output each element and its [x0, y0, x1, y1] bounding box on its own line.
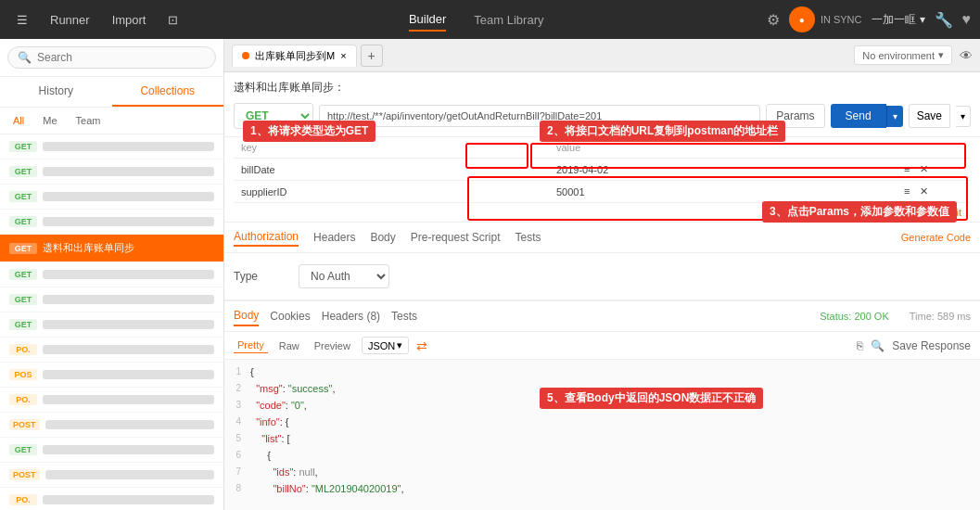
item-label: [43, 192, 214, 201]
list-item[interactable]: GET: [0, 262, 223, 287]
method-badge: GET: [9, 319, 37, 330]
param-value-1[interactable]: 2019-04-02: [549, 159, 897, 181]
tab-history[interactable]: History: [0, 77, 112, 107]
search-response-icon[interactable]: 🔍: [871, 339, 885, 352]
resp-tab-tests[interactable]: Tests: [391, 307, 417, 325]
tab-pre-request[interactable]: Pre-request Script: [411, 229, 501, 246]
tab-bar: 出库账单同步到M × + No environment ▾ 👁: [224, 39, 980, 72]
format-tab-raw[interactable]: Raw: [275, 338, 303, 353]
table-row: billDate 2019-04-02 ≡ ✕: [234, 159, 971, 181]
new-tab-button[interactable]: ⊡: [160, 9, 185, 31]
url-input[interactable]: [319, 105, 760, 127]
bulk-edit-link[interactable]: Bulk Edit: [922, 207, 961, 218]
save-button[interactable]: Save: [909, 104, 950, 128]
sub-tab-me[interactable]: Me: [37, 113, 62, 128]
list-item[interactable]: PO.: [0, 488, 223, 510]
method-select[interactable]: GET POST PUT DELETE: [234, 103, 313, 129]
item-label: [43, 445, 214, 454]
sub-tab-all[interactable]: All: [7, 113, 30, 128]
table-row: supplierID 50001 ≡ ✕: [234, 181, 971, 203]
heart-icon[interactable]: ♥: [962, 11, 972, 28]
method-badge: GET: [9, 141, 37, 152]
tab-headers[interactable]: Headers: [313, 229, 355, 246]
response-tabs-bar: Body Cookies Headers (8) Tests Status: 2…: [224, 301, 980, 332]
param-menu-icon[interactable]: ≡: [904, 163, 910, 174]
team-library-tab[interactable]: Team Library: [474, 9, 543, 31]
env-chevron-icon: ▾: [938, 49, 944, 61]
item-label: [45, 470, 214, 479]
sub-tab-team[interactable]: Team: [70, 113, 107, 128]
tab-body[interactable]: Body: [370, 229, 395, 246]
wrench-icon[interactable]: 🔧: [935, 11, 953, 29]
response-time: Time: 589 ms: [910, 311, 971, 322]
auth-row: Type No Auth: [234, 264, 971, 288]
list-item[interactable]: GET: [0, 185, 223, 210]
format-tab-pretty[interactable]: Pretty: [234, 338, 268, 353]
list-item[interactable]: GET: [0, 312, 223, 338]
request-tab[interactable]: 出库账单同步到M ×: [232, 45, 357, 67]
code-line: 6 {: [224, 447, 980, 464]
search-wrap[interactable]: 🔍: [7, 46, 216, 69]
param-menu-icon[interactable]: ≡: [904, 185, 910, 197]
format-icon[interactable]: ⇄: [416, 338, 427, 353]
send-button[interactable]: Send: [831, 104, 886, 128]
param-delete-icon[interactable]: ✕: [920, 163, 928, 174]
method-badge: GET: [9, 294, 37, 305]
list-item[interactable]: POS: [0, 363, 223, 388]
list-item[interactable]: GET: [0, 134, 223, 159]
line-number: 7: [224, 464, 250, 480]
tab-close-icon[interactable]: ×: [340, 50, 346, 61]
resp-tab-body[interactable]: Body: [234, 306, 259, 326]
param-key-2[interactable]: supplierID: [234, 181, 549, 203]
col-key: key: [234, 137, 549, 159]
resp-tab-cookies[interactable]: Cookies: [270, 307, 310, 325]
list-item[interactable]: PO.: [0, 388, 223, 413]
settings-icon[interactable]: ⚙: [767, 11, 780, 29]
code-line: 4 "info": {: [224, 414, 980, 430]
format-tab-preview[interactable]: Preview: [311, 338, 354, 353]
item-label: [43, 345, 214, 354]
list-item[interactable]: PO.: [0, 338, 223, 363]
params-button[interactable]: Params: [766, 104, 824, 128]
save-response-button[interactable]: Save Response: [892, 339, 971, 352]
search-input[interactable]: [37, 51, 206, 64]
tab-authorization[interactable]: Authorization: [234, 228, 299, 247]
line-content: "msg": "success",: [250, 380, 335, 397]
list-item[interactable]: POST: [0, 463, 223, 488]
list-item[interactable]: POST: [0, 413, 223, 438]
import-button[interactable]: Import: [105, 9, 154, 31]
runner-button[interactable]: Runner: [43, 9, 97, 31]
save-dropdown-button[interactable]: ▾: [956, 106, 971, 127]
auth-type-select[interactable]: No Auth: [299, 264, 389, 288]
param-value-2[interactable]: 50001: [549, 181, 897, 203]
param-actions-1: ≡ ✕: [897, 159, 971, 181]
send-dropdown-button[interactable]: ▾: [886, 106, 903, 127]
format-select[interactable]: JSON ▾: [362, 337, 409, 354]
sidebar-toggle-button[interactable]: ☰: [9, 9, 35, 31]
tab-tests[interactable]: Tests: [515, 229, 541, 246]
environment-select[interactable]: No environment ▾: [854, 45, 952, 65]
param-key-1[interactable]: billDate: [234, 159, 549, 181]
generate-code-link[interactable]: Generate Code: [901, 232, 971, 243]
line-content: "list": [: [250, 430, 290, 447]
format-row: Pretty Raw Preview JSON ▾ ⇄ ⎘ 🔍 Save Res…: [224, 332, 980, 360]
search-box: 🔍: [0, 39, 223, 77]
param-delete-icon[interactable]: ✕: [920, 185, 928, 197]
col-value: value: [549, 137, 897, 159]
list-item[interactable]: GET: [0, 210, 223, 235]
user-area[interactable]: 一加一眶 ▾: [872, 12, 925, 28]
params-section: key value billDate 2019-04-02 ≡ ✕: [224, 137, 980, 223]
resp-tab-headers[interactable]: Headers (8): [322, 307, 380, 325]
list-item-active[interactable]: GET 遗料和出库账单同步: [0, 235, 223, 262]
new-request-button[interactable]: +: [361, 45, 383, 67]
list-item[interactable]: GET: [0, 159, 223, 185]
eye-icon[interactable]: 👁: [960, 48, 973, 63]
url-row: GET POST PUT DELETE Params Send ▾ Save ▾: [234, 103, 971, 129]
format-label: JSON: [368, 340, 395, 351]
copy-icon[interactable]: ⎘: [857, 339, 863, 352]
list-item[interactable]: GET: [0, 438, 223, 463]
method-badge: GET: [9, 191, 37, 202]
tab-collections[interactable]: Collections: [112, 77, 224, 107]
list-item[interactable]: GET: [0, 287, 223, 312]
builder-tab[interactable]: Builder: [409, 8, 446, 32]
